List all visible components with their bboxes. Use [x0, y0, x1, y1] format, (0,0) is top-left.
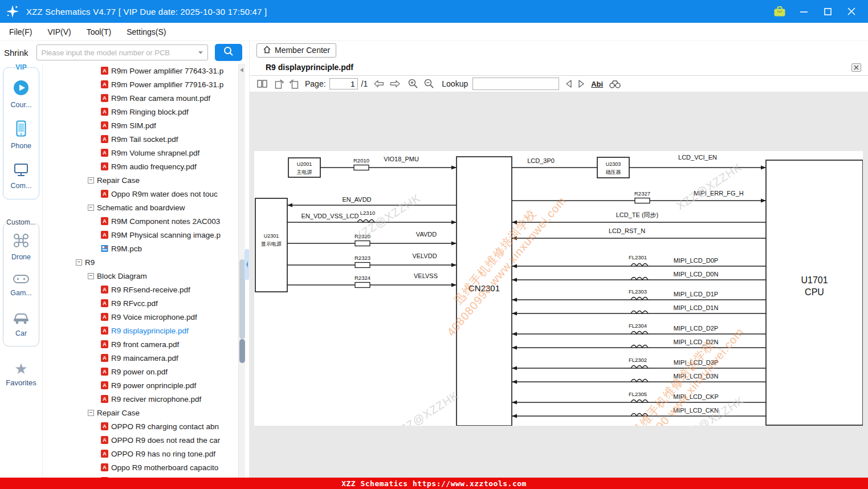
rotate-right-icon[interactable]	[289, 79, 299, 89]
text-select-tool[interactable]: Abi	[591, 80, 603, 88]
file-tree: AR9m Power amplifier 77643-31.pAR9m Powe…	[43, 64, 238, 478]
search-button[interactable]	[215, 44, 242, 61]
tree-item[interactable]: AR9m Power amplifier 77916-31.p	[43, 78, 238, 91]
tree-item[interactable]: AR9m Rear camera mount.pdf	[43, 91, 238, 105]
menu-vip[interactable]: VIP(V)	[47, 27, 71, 36]
tree-item-label: R9M Component notes 2AC003	[111, 217, 220, 226]
facing-pages-icon[interactable]	[257, 79, 267, 88]
tree-item[interactable]: AR9 reciver microphone.pdf	[43, 392, 238, 406]
sidebar-item-drone[interactable]: Drone	[3, 227, 39, 266]
arrowhead	[512, 380, 517, 384]
tree-item[interactable]: −Repair Case	[43, 406, 238, 419]
tree-item[interactable]: AR9 RFsend-receive.pdf	[43, 283, 238, 296]
shrink-button[interactable]: Shrink	[4, 48, 28, 58]
tree-item[interactable]: R9M.pcb	[43, 242, 238, 255]
sidebar-item-label: Favorites	[6, 378, 36, 387]
close-document-icon[interactable]	[851, 63, 861, 72]
tree-item[interactable]: AR9m Ringing block.pdf	[43, 105, 238, 119]
menubar: File(F) VIP(V) Tool(T) Settings(S)	[0, 23, 868, 41]
tree-item-label: R9 power onprinciple.pdf	[111, 381, 196, 390]
tree-item-label: R9m Volume shrapnel.pdf	[111, 149, 199, 157]
tree-item[interactable]: AOppo R9 motherboard capacito	[43, 461, 238, 474]
component-label: 主电源	[297, 169, 312, 175]
sidebar-item-game[interactable]: Gam...	[3, 266, 39, 305]
search-toolbar: Shrink	[0, 41, 249, 64]
tree-item[interactable]: AR9 maincamera.pdf	[43, 351, 238, 365]
tree-item-label: Block Diagram	[97, 272, 147, 280]
tree-item[interactable]: AR9 power on.pdf	[43, 365, 238, 378]
view-forward-icon[interactable]	[389, 79, 401, 88]
sidebar-item-favorites[interactable]: ★ Favorites	[0, 360, 42, 388]
menu-file[interactable]: File(F)	[9, 27, 32, 36]
tree-item[interactable]: −R9	[43, 255, 238, 269]
pdf-canvas[interactable]: U2001主电源U2303稳压器U2301显示电源CN2301U1701CPUR…	[250, 92, 868, 478]
search-input[interactable]	[37, 48, 198, 57]
tree-item[interactable]: −Block Diagram	[43, 269, 238, 283]
sidebar-item-course[interactable]: Cour...	[3, 74, 39, 115]
zoom-out-icon[interactable]	[423, 78, 435, 89]
pdf-file-icon: A	[101, 80, 108, 88]
tree-item[interactable]: AOPPO R9 has no ring tone.pdf	[43, 447, 238, 461]
sidebar-item-computer[interactable]: Com...	[3, 156, 39, 197]
tree-item[interactable]: AR9m SIM.pdf	[43, 119, 238, 132]
tree-item[interactable]: AR9m Power amplifier 77643-31.p	[43, 64, 238, 78]
find-next-icon[interactable]	[577, 79, 585, 88]
tree-item-label: Oppo R9m water does not touc	[111, 190, 218, 198]
lookup-input[interactable]	[472, 78, 559, 90]
component-label: U2301	[264, 233, 279, 239]
find-previous-icon[interactable]	[565, 79, 573, 88]
tree-item[interactable]: AR9 displayprinciple.pdf	[43, 324, 238, 337]
rotate-left-icon[interactable]	[274, 79, 284, 89]
gamepad-icon	[13, 275, 29, 286]
close-button[interactable]	[844, 5, 859, 18]
tree-item[interactable]: AR9M Physical scanning image.p	[43, 228, 238, 242]
sidebar-item-car[interactable]: Car	[3, 305, 39, 344]
tree-item[interactable]: AR9 RFvcc.pdf	[43, 296, 238, 310]
chevron-down-icon[interactable]	[198, 51, 203, 54]
view-back-icon[interactable]	[373, 79, 385, 88]
binoculars-search-icon[interactable]	[609, 80, 621, 88]
search-icon	[223, 46, 234, 59]
purchase-icon[interactable]	[772, 5, 787, 18]
signal-label: MIPI_LCD_D1P	[674, 291, 718, 298]
tree-item[interactable]: AOppo R9m water does not touc	[43, 187, 238, 201]
tree-item[interactable]: AOPPO R9 does not read the car	[43, 433, 238, 447]
tree-item[interactable]: AOPPO R9 charging contact abn	[43, 419, 238, 433]
zoom-in-icon[interactable]	[407, 78, 419, 89]
collapse-icon[interactable]: −	[88, 177, 94, 184]
menu-tool[interactable]: Tool(T)	[87, 27, 112, 36]
page-number-input[interactable]	[329, 78, 358, 89]
collapse-icon[interactable]: −	[88, 273, 94, 279]
scrollbar-thumb-dark[interactable]	[239, 339, 245, 363]
arrowhead	[512, 346, 517, 350]
tree-item[interactable]: AR9 Voice microphone.pdf	[43, 310, 238, 324]
sidebar-item-phone[interactable]: Phone	[3, 115, 39, 156]
resistor	[355, 263, 370, 268]
tree-item[interactable]: AR9m Tail socket.pdf	[43, 132, 238, 146]
tree-item[interactable]: AR9 power onprinciple.pdf	[43, 378, 238, 392]
tree-item[interactable]: −Schematic and boardview	[43, 201, 238, 214]
tree-item-label: R9M Physical scanning image.p	[111, 231, 221, 239]
tree-item[interactable]: AR9M Component notes 2AC003	[43, 214, 238, 228]
pdf-file-icon: A	[101, 436, 108, 444]
course-play-icon	[13, 80, 29, 98]
maximize-button[interactable]	[820, 5, 835, 18]
ref-designator: R2327	[634, 190, 650, 197]
collapse-tree-arrow-icon[interactable]	[239, 65, 244, 75]
collapse-icon[interactable]: −	[76, 259, 82, 266]
star-icon: ★	[0, 360, 42, 377]
tree-item[interactable]: AR9m Volume shrapnel.pdf	[43, 146, 238, 160]
tree-item[interactable]: AR9 front camera.pdf	[43, 337, 238, 351]
collapse-icon[interactable]: −	[88, 410, 94, 416]
tree-item[interactable]: AR9m audio frequency.pdf	[43, 160, 238, 173]
menu-settings[interactable]: Settings(S)	[127, 27, 166, 36]
model-search-combobox[interactable]	[36, 44, 208, 60]
tab-pdf-document[interactable]: R9 displayprinciple.pdf	[266, 63, 353, 72]
tree-item[interactable]: −Repair Case	[43, 173, 238, 187]
minimize-button[interactable]	[796, 5, 811, 18]
member-center-button[interactable]: Member Center	[256, 43, 336, 58]
pdf-file-icon: A	[101, 231, 108, 239]
collapse-icon[interactable]: −	[88, 205, 94, 211]
tree-item-label: OPPO R9 does not read the car	[111, 436, 220, 445]
sidebar-group-custom: Custom... Drone Gam... Car	[3, 222, 39, 347]
